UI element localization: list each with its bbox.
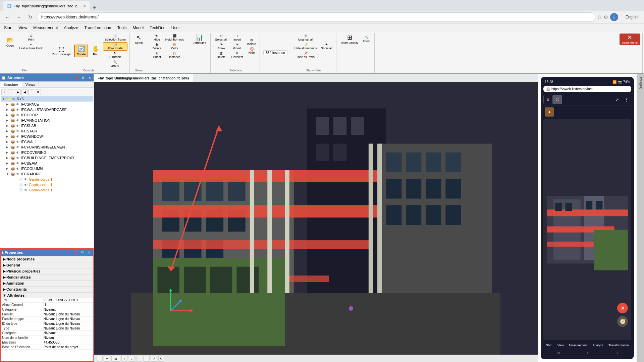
new-tab-btn[interactable]: +	[90, 5, 99, 11]
tab-close-icon[interactable]: ✕	[83, 4, 86, 8]
eye-icon-r5[interactable]: 👁	[12, 97, 17, 101]
tree-item-ifcspace[interactable]: ▶ 📦 👁 IFCSPACE	[5, 102, 93, 107]
menu-item-view[interactable]: View	[16, 25, 30, 31]
general-properties-header[interactable]: ▶ General	[1, 262, 93, 268]
tree-expand-btn[interactable]: ▶	[15, 89, 21, 95]
mobile-start-btn[interactable]: Start	[545, 343, 553, 348]
menu-item-model[interactable]: Model	[130, 25, 146, 31]
last-actions-btn[interactable]: ↩ Last actions Undo	[17, 42, 45, 51]
mobile-close-btn[interactable]: ✕	[617, 303, 628, 313]
tree-filter-btn[interactable]: ☰	[28, 89, 34, 95]
tree-item-ifcdoor[interactable]: ▶ 📦 👁 IFCDOOR	[5, 112, 93, 118]
hide-pmis-btn[interactable]: 📌 Hide all PMIs	[293, 51, 319, 59]
extensions-icon[interactable]: ⚙	[604, 14, 608, 20]
props-close-btn[interactable]: ✕	[86, 250, 92, 255]
profile-icon[interactable]: U	[610, 13, 618, 21]
ghost-sel-btn[interactable]: 👻 Ghost	[230, 42, 245, 51]
menu-item-tools[interactable]: Tools	[114, 25, 129, 31]
attributes-header[interactable]: ▼ Attributes	[1, 292, 93, 298]
mobile-menu-icon[interactable]: ⋮	[625, 87, 629, 91]
tree-item-ifcbeam[interactable]: ▶ 📦 👁 IFCBEAM	[5, 161, 93, 166]
constraints-header[interactable]: ▶ Constraints	[1, 286, 93, 292]
tree-settings-btn[interactable]: ⚙	[35, 89, 41, 95]
isolate-btn[interactable]: ⊡ Isolate	[246, 38, 258, 46]
hide-btn[interactable]: 👁 Hide	[151, 34, 163, 42]
viewport-tab-main[interactable]: +by_topic/Building/gennevilliers_zac_cha…	[94, 74, 193, 82]
turntable-btn[interactable]: ↻ Turntable	[103, 51, 127, 59]
animation-header[interactable]: ▶ Animation	[1, 280, 93, 286]
select-btn[interactable]: ↖ Select	[132, 34, 146, 46]
hide-markups-btn[interactable]: 📝 Hide all markups	[293, 42, 319, 51]
nav-left-btn[interactable]: ←	[136, 356, 142, 362]
invert-visibility-btn[interactable]: ⊞ Invert visibility	[339, 34, 361, 45]
mobile-recents-nav[interactable]: □	[615, 351, 618, 355]
tree-item-ifcwallonly[interactable]: ▶ 📦 👁 IFCWALL	[5, 139, 93, 144]
structure-pin-btn[interactable]: 📌	[73, 75, 79, 80]
address-bar[interactable]	[37, 12, 595, 22]
menu-item-transformation[interactable]: Transformation	[82, 25, 114, 31]
mobile-measurement-btn[interactable]: Measurement	[569, 343, 588, 348]
mobile-fullscreen-btn[interactable]: ⤢	[612, 95, 622, 104]
instance-btn[interactable]: 📋 Instance	[164, 51, 186, 59]
invert-btn[interactable]: ↕ Invert	[230, 34, 245, 42]
zoom-out-btn[interactable]: -	[97, 356, 103, 362]
menu-item-user[interactable]: User	[169, 25, 182, 31]
bookmark-icon[interactable]: ☆	[597, 14, 602, 20]
mobile-compass-btn[interactable]: 🧭	[617, 316, 628, 327]
mobile-nav-icon[interactable]: ●	[545, 107, 554, 117]
menu-item-analyze[interactable]: Analyze	[61, 25, 81, 31]
structure-close-btn[interactable]: ✕	[87, 75, 92, 80]
open-btn[interactable]: 📂 Open	[3, 36, 17, 48]
show-all-btn[interactable]: 👁 Show all	[319, 42, 334, 51]
tree-item-r5[interactable]: ▼ 📁 👁 R+5	[1, 96, 93, 102]
select-all-btn[interactable]: ◻ Select all	[213, 34, 229, 42]
mobile-view-btn[interactable]: View	[557, 343, 565, 348]
fit-view-btn[interactable]: ⊡	[111, 356, 120, 362]
menu-item-techdoc[interactable]: TechDoc	[147, 25, 168, 31]
settings-label[interactable]: Settings	[639, 77, 642, 89]
print-btn[interactable]: 🖨 Print	[17, 34, 45, 42]
tree-item-ifcslab[interactable]: ▶ 📦 👁 IFCSLAB	[5, 123, 93, 128]
mobile-viewport[interactable]: ✕ 🧭	[543, 119, 631, 340]
nav-reload-btn[interactable]: ↻	[25, 12, 35, 22]
rotate-cw-btn[interactable]: ↻	[158, 356, 164, 362]
delete-btn[interactable]: 🗑 Delete	[151, 42, 163, 51]
tree-item-ifccovering[interactable]: ▶ 📦 👁 IFCCOVERING	[5, 150, 93, 155]
tree-item-ifcstair[interactable]: ▶ 📦 👁 IFCSTAIR	[5, 128, 93, 134]
tree-item-gardecorps1[interactable]: 📄 👁 Garde-corps 1	[13, 177, 93, 182]
free-rotate-btn[interactable]: 🔃 Free rotate	[103, 42, 127, 51]
browser-tab[interactable]: 🌐 +by_topic/Building/gennevilliers_zac_c…	[3, 1, 90, 11]
color-btn[interactable]: 🎨 Color	[164, 42, 186, 51]
deselect-btn[interactable]: ✕ Deselect	[230, 51, 245, 59]
mobile-address-bar[interactable]: 🏠 https://vsweb.kisters.de/inte... ⋮	[543, 86, 631, 92]
tree-item-ifcfurnishing[interactable]: ▶ 📦 👁 IFCFURNISHINGELEMENT	[5, 144, 93, 150]
nav-right-btn[interactable]: →	[144, 356, 150, 362]
viewport[interactable]: +by_topic/Building/gennevilliers_zac_cha…	[94, 74, 538, 362]
physical-properties-header[interactable]: ▶ Physical properties	[1, 268, 93, 274]
selection-frame-btn[interactable]: ⬜ Selection frame	[103, 34, 127, 42]
structure-undock-btn[interactable]: ⧉	[80, 75, 86, 80]
mobile-transformation-btn[interactable]: Transformation	[608, 343, 629, 348]
render-states-header[interactable]: ▶ Render states	[1, 274, 93, 280]
delete-sel-btn[interactable]: 🗑 Delete	[213, 51, 229, 59]
tab-views[interactable]: Views	[22, 81, 39, 87]
pan-btn[interactable]: ✋ Pan	[89, 45, 102, 57]
nav-down-btn[interactable]: ↓	[129, 356, 135, 362]
mobile-menu-btn[interactable]: ≡	[543, 95, 553, 104]
attributes-btn[interactable]: 📊 Attributes	[191, 34, 208, 46]
tree-item-ifcwall[interactable]: ▶ 📦 👁 IFCWALLSTANDARDCASE	[5, 107, 93, 112]
node-properties-header[interactable]: ▶ Node properties	[1, 256, 93, 262]
neighborhood-btn[interactable]: ⬛ Neighborhood	[164, 34, 186, 42]
tree-item-gardecorps3[interactable]: 📄 👁 Garde-corps 1	[13, 187, 93, 193]
nav-up-btn[interactable]: ↑	[121, 356, 127, 362]
show-btn[interactable]: 👁 Show	[213, 42, 229, 51]
menu-item-measurement[interactable]: Measurement	[31, 25, 60, 31]
mobile-more-btn[interactable]: ⋮	[622, 95, 631, 104]
tree-item-ifcwindow[interactable]: ▶ 📦 👁 IFCWINDOW	[5, 134, 93, 139]
rotate-btn[interactable]: 🔄 Rotate	[74, 45, 89, 57]
zoom-rb-btn[interactable]: 🔍 Zoom	[361, 35, 372, 44]
hide-sel-btn[interactable]: 🚫 Hide	[246, 47, 258, 55]
mobile-home-nav[interactable]: ○	[586, 351, 589, 355]
unghost-all-btn[interactable]: 👻 Unghost all	[293, 34, 319, 42]
ghost-btn[interactable]: 👻 Ghost	[151, 51, 163, 59]
